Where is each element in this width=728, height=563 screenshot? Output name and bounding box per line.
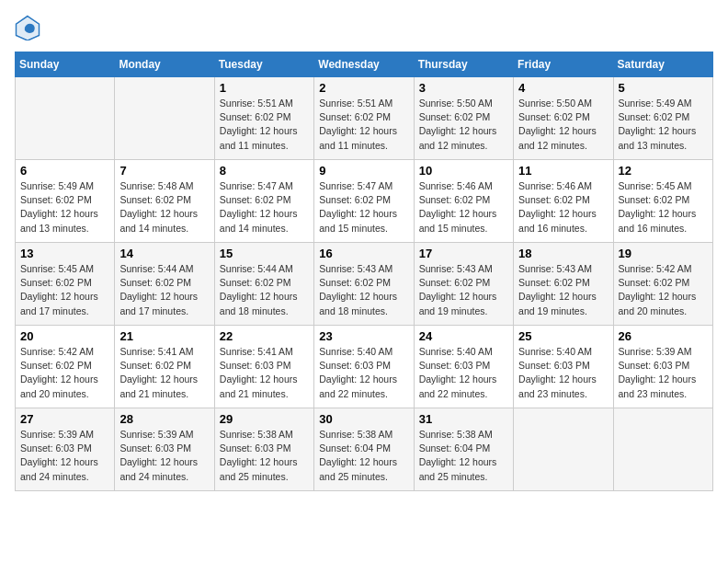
day-number: 4 (518, 81, 608, 95)
day-info: Sunrise: 5:43 AMSunset: 6:02 PMDaylight:… (419, 262, 508, 318)
week-row-5: 27 Sunrise: 5:39 AMSunset: 6:03 PMDaylig… (16, 408, 713, 491)
day-number: 13 (20, 247, 109, 260)
day-info: Sunrise: 5:50 AMSunset: 6:02 PMDaylight:… (419, 97, 508, 153)
calendar-cell: 29 Sunrise: 5:38 AMSunset: 6:03 PMDaylig… (214, 408, 313, 491)
day-info: Sunrise: 5:41 AMSunset: 6:03 PMDaylight:… (220, 345, 309, 401)
calendar-body: 1 Sunrise: 5:51 AMSunset: 6:02 PMDayligh… (16, 77, 713, 491)
day-number: 29 (220, 412, 309, 426)
logo-icon (15, 15, 40, 40)
day-info: Sunrise: 5:38 AMSunset: 6:04 PMDaylight:… (419, 428, 508, 484)
calendar-cell: 28 Sunrise: 5:39 AMSunset: 6:03 PMDaylig… (115, 408, 214, 491)
weekday-header-tuesday: Tuesday (214, 52, 313, 77)
calendar-cell: 15 Sunrise: 5:44 AMSunset: 6:02 PMDaylig… (214, 243, 313, 326)
day-info: Sunrise: 5:50 AMSunset: 6:02 PMDaylight:… (518, 97, 608, 153)
day-number: 27 (20, 412, 109, 426)
day-number: 21 (119, 329, 209, 343)
calendar-cell: 11 Sunrise: 5:46 AMSunset: 6:02 PMDaylig… (514, 160, 613, 243)
day-number: 19 (619, 247, 708, 260)
calendar-cell: 25 Sunrise: 5:40 AMSunset: 6:03 PMDaylig… (514, 326, 613, 408)
weekday-header-friday: Friday (514, 52, 613, 77)
calendar-cell: 19 Sunrise: 5:42 AMSunset: 6:02 PMDaylig… (613, 243, 712, 326)
day-info: Sunrise: 5:39 AMSunset: 6:03 PMDaylight:… (619, 345, 708, 401)
calendar-cell: 8 Sunrise: 5:47 AMSunset: 6:02 PMDayligh… (214, 160, 313, 243)
calendar-cell: 10 Sunrise: 5:46 AMSunset: 6:02 PMDaylig… (414, 160, 513, 243)
calendar-cell: 26 Sunrise: 5:39 AMSunset: 6:03 PMDaylig… (613, 326, 712, 408)
day-info: Sunrise: 5:49 AMSunset: 6:02 PMDaylight:… (20, 179, 109, 236)
day-number: 28 (119, 412, 209, 426)
calendar-cell: 16 Sunrise: 5:43 AMSunset: 6:02 PMDaylig… (314, 243, 414, 326)
day-number: 24 (419, 329, 508, 343)
weekday-header-thursday: Thursday (414, 52, 513, 77)
day-info: Sunrise: 5:43 AMSunset: 6:02 PMDaylight:… (319, 262, 408, 318)
day-number: 31 (419, 412, 508, 426)
calendar-cell: 14 Sunrise: 5:44 AMSunset: 6:02 PMDaylig… (115, 243, 214, 326)
day-number: 2 (319, 81, 408, 95)
day-number: 30 (319, 412, 408, 426)
day-number: 22 (220, 329, 309, 343)
day-info: Sunrise: 5:38 AMSunset: 6:04 PMDaylight:… (319, 428, 408, 484)
day-number: 1 (220, 81, 309, 95)
day-number: 6 (20, 164, 109, 178)
day-number: 15 (220, 247, 309, 260)
day-info: Sunrise: 5:44 AMSunset: 6:02 PMDaylight:… (119, 262, 209, 318)
calendar-cell (115, 77, 214, 160)
calendar-cell: 3 Sunrise: 5:50 AMSunset: 6:02 PMDayligh… (414, 77, 513, 160)
day-info: Sunrise: 5:39 AMSunset: 6:03 PMDaylight:… (20, 428, 109, 484)
calendar-cell (514, 408, 613, 491)
day-number: 8 (220, 164, 309, 178)
day-number: 10 (419, 164, 508, 178)
page-header (15, 15, 713, 40)
calendar-cell: 30 Sunrise: 5:38 AMSunset: 6:04 PMDaylig… (314, 408, 414, 491)
day-info: Sunrise: 5:51 AMSunset: 6:02 PMDaylight:… (319, 97, 408, 153)
calendar-cell: 17 Sunrise: 5:43 AMSunset: 6:02 PMDaylig… (414, 243, 513, 326)
day-number: 9 (319, 164, 408, 178)
weekday-header-row: SundayMondayTuesdayWednesdayThursdayFrid… (16, 52, 713, 77)
calendar-cell: 18 Sunrise: 5:43 AMSunset: 6:02 PMDaylig… (514, 243, 613, 326)
day-info: Sunrise: 5:46 AMSunset: 6:02 PMDaylight:… (419, 179, 508, 236)
weekday-header-saturday: Saturday (613, 52, 712, 77)
calendar-cell: 27 Sunrise: 5:39 AMSunset: 6:03 PMDaylig… (16, 408, 115, 491)
calendar-cell: 1 Sunrise: 5:51 AMSunset: 6:02 PMDayligh… (214, 77, 313, 160)
day-info: Sunrise: 5:44 AMSunset: 6:02 PMDaylight:… (220, 262, 309, 318)
calendar-table: SundayMondayTuesdayWednesdayThursdayFrid… (15, 52, 713, 491)
day-number: 23 (319, 329, 408, 343)
weekday-header-sunday: Sunday (16, 52, 115, 77)
week-row-3: 13 Sunrise: 5:45 AMSunset: 6:02 PMDaylig… (16, 243, 713, 326)
day-info: Sunrise: 5:51 AMSunset: 6:02 PMDaylight:… (220, 97, 309, 153)
day-info: Sunrise: 5:42 AMSunset: 6:02 PMDaylight:… (619, 262, 708, 318)
day-number: 11 (518, 164, 608, 178)
calendar-cell: 12 Sunrise: 5:45 AMSunset: 6:02 PMDaylig… (613, 160, 712, 243)
calendar-cell: 24 Sunrise: 5:40 AMSunset: 6:03 PMDaylig… (414, 326, 513, 408)
calendar-cell: 22 Sunrise: 5:41 AMSunset: 6:03 PMDaylig… (214, 326, 313, 408)
week-row-1: 1 Sunrise: 5:51 AMSunset: 6:02 PMDayligh… (16, 77, 713, 160)
week-row-2: 6 Sunrise: 5:49 AMSunset: 6:02 PMDayligh… (16, 160, 713, 243)
day-info: Sunrise: 5:40 AMSunset: 6:03 PMDaylight:… (419, 345, 508, 401)
day-number: 3 (419, 81, 508, 95)
day-number: 25 (518, 329, 608, 343)
day-info: Sunrise: 5:43 AMSunset: 6:02 PMDaylight:… (518, 262, 608, 318)
day-number: 7 (119, 164, 209, 178)
calendar-cell: 23 Sunrise: 5:40 AMSunset: 6:03 PMDaylig… (314, 326, 414, 408)
calendar-cell (16, 77, 115, 160)
calendar-cell: 31 Sunrise: 5:38 AMSunset: 6:04 PMDaylig… (414, 408, 513, 491)
calendar-header: SundayMondayTuesdayWednesdayThursdayFrid… (16, 52, 713, 77)
day-info: Sunrise: 5:40 AMSunset: 6:03 PMDaylight:… (518, 345, 608, 401)
calendar-cell: 4 Sunrise: 5:50 AMSunset: 6:02 PMDayligh… (514, 77, 613, 160)
calendar-cell: 13 Sunrise: 5:45 AMSunset: 6:02 PMDaylig… (16, 243, 115, 326)
day-info: Sunrise: 5:46 AMSunset: 6:02 PMDaylight:… (518, 179, 608, 236)
calendar-cell (613, 408, 712, 491)
logo (15, 15, 44, 40)
calendar-cell: 6 Sunrise: 5:49 AMSunset: 6:02 PMDayligh… (16, 160, 115, 243)
calendar-cell: 9 Sunrise: 5:47 AMSunset: 6:02 PMDayligh… (314, 160, 414, 243)
day-info: Sunrise: 5:40 AMSunset: 6:03 PMDaylight:… (319, 345, 408, 401)
weekday-header-monday: Monday (115, 52, 214, 77)
day-info: Sunrise: 5:47 AMSunset: 6:02 PMDaylight:… (220, 179, 309, 236)
weekday-header-wednesday: Wednesday (314, 52, 414, 77)
calendar-cell: 5 Sunrise: 5:49 AMSunset: 6:02 PMDayligh… (613, 77, 712, 160)
day-info: Sunrise: 5:45 AMSunset: 6:02 PMDaylight:… (20, 262, 109, 318)
calendar-cell: 21 Sunrise: 5:41 AMSunset: 6:02 PMDaylig… (115, 326, 214, 408)
day-number: 14 (119, 247, 209, 260)
day-info: Sunrise: 5:45 AMSunset: 6:02 PMDaylight:… (619, 179, 708, 236)
day-number: 18 (518, 247, 608, 260)
day-number: 12 (619, 164, 708, 178)
